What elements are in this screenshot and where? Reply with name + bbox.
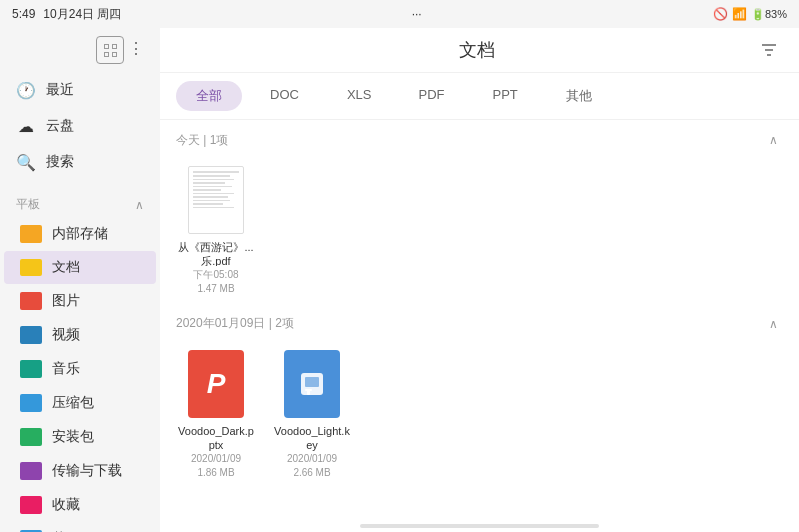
file-name-pptx: Voodoo_Dark.pptx bbox=[176, 424, 256, 453]
section-collapse-today[interactable]: ∧ bbox=[763, 130, 783, 150]
tab-doc[interactable]: DOC bbox=[250, 81, 319, 111]
sidebar-menu-button[interactable]: ⋮ bbox=[124, 36, 148, 60]
sidebar-item-videos[interactable]: 视频 bbox=[4, 318, 156, 352]
section-header-today: 今天 | 1项 ∧ bbox=[160, 120, 799, 156]
sidebar-item-screenshot[interactable]: 截屏 bbox=[4, 522, 156, 532]
status-time: 5:49 bbox=[12, 7, 35, 21]
folder-icon-transfer bbox=[20, 462, 42, 480]
sidebar-item-recent[interactable]: 🕐 最近 bbox=[0, 72, 160, 108]
list-item[interactable]: P Voodoo_Dark.pptx 2020/01/09 1.86 MB bbox=[176, 348, 256, 481]
file-thumb-pdf bbox=[186, 164, 246, 236]
sidebar: ⋮ 🕐 最近 ☁ 云盘 🔍 搜索 平板 ∧ 内部存储 文档 bbox=[0, 28, 160, 532]
svg-rect-4 bbox=[305, 377, 319, 387]
cloud-icon: ☁ bbox=[16, 116, 36, 136]
tab-ppt[interactable]: PPT bbox=[472, 81, 537, 111]
filter-button[interactable] bbox=[755, 36, 783, 64]
folder-icon-videos bbox=[20, 326, 42, 344]
list-item[interactable]: 从《西游记》...乐.pdf 下午05:08 1.47 MB bbox=[176, 164, 256, 296]
tab-xls[interactable]: XLS bbox=[327, 81, 392, 111]
sidebar-item-transfer[interactable]: 传输与下载 bbox=[4, 454, 156, 488]
files-grid-jan: P Voodoo_Dark.pptx 2020/01/09 1.86 MB bbox=[160, 340, 799, 489]
sidebar-item-recent-label: 最近 bbox=[46, 81, 74, 99]
file-area[interactable]: 今天 | 1项 ∧ bbox=[160, 120, 799, 520]
file-meta-pdf: 下午05:08 1.47 MB bbox=[193, 268, 238, 296]
folder-label-images: 图片 bbox=[52, 292, 80, 310]
folder-icon-music bbox=[20, 360, 42, 378]
sidebar-item-search[interactable]: 🔍 搜索 bbox=[0, 144, 160, 180]
status-bar: 5:49 10月24日 周四 ··· 🚫 📶 🔋83% bbox=[0, 0, 799, 28]
folder-icon-images bbox=[20, 292, 42, 310]
folder-icon-documents bbox=[20, 259, 42, 276]
tab-pdf[interactable]: PDF bbox=[399, 81, 464, 111]
folder-icon-internal bbox=[20, 225, 42, 243]
recent-icon: 🕐 bbox=[16, 80, 36, 100]
folder-label-documents: 文档 bbox=[52, 259, 80, 276]
sidebar-item-music[interactable]: 音乐 bbox=[4, 352, 156, 386]
sidebar-item-documents[interactable]: 文档 bbox=[4, 251, 156, 284]
section-title-jan: 2020年01月09日 | 2项 bbox=[176, 315, 294, 332]
sidebar-header: ⋮ bbox=[0, 36, 160, 72]
wifi-icon: 📶 bbox=[732, 7, 747, 21]
section-title-today: 今天 | 1项 bbox=[176, 132, 228, 149]
status-date: 10月24日 周四 bbox=[43, 6, 121, 23]
main-layout: ⋮ 🕐 最近 ☁ 云盘 🔍 搜索 平板 ∧ 内部存储 文档 bbox=[0, 28, 799, 532]
section-collapse-jan[interactable]: ∧ bbox=[763, 314, 783, 334]
tab-bar: 全部 DOC XLS PDF PPT 其他 bbox=[160, 73, 799, 120]
sidebar-item-internal[interactable]: 内部存储 bbox=[4, 217, 156, 251]
tab-all[interactable]: 全部 bbox=[176, 81, 242, 111]
status-left: 5:49 10月24日 周四 bbox=[12, 6, 121, 23]
content-area: 文档 全部 DOC XLS PDF PPT 其他 今天 | 1项 ∧ bbox=[160, 28, 799, 532]
sidebar-item-packages[interactable]: 安装包 bbox=[4, 420, 156, 454]
folder-label-packages: 安装包 bbox=[52, 428, 94, 446]
sidebar-item-images[interactable]: 图片 bbox=[4, 284, 156, 318]
file-meta-key: 2020/01/09 2.66 MB bbox=[287, 452, 337, 480]
content-header: 文档 bbox=[160, 28, 799, 73]
folder-label-favorites: 收藏 bbox=[52, 496, 80, 514]
file-name-pdf: 从《西游记》...乐.pdf bbox=[176, 240, 256, 268]
sidebar-item-archives[interactable]: 压缩包 bbox=[4, 386, 156, 420]
folder-icon-packages bbox=[20, 428, 42, 446]
section-title: 平板 bbox=[16, 196, 40, 213]
folder-label-videos: 视频 bbox=[52, 326, 80, 344]
sidebar-item-favorites[interactable]: 收藏 bbox=[4, 488, 156, 522]
folder-label-transfer: 传输与下载 bbox=[52, 462, 122, 480]
files-grid-today: 从《西游记》...乐.pdf 下午05:08 1.47 MB bbox=[160, 156, 799, 304]
folder-icon-archives bbox=[20, 394, 42, 412]
folder-label-archives: 压缩包 bbox=[52, 394, 94, 412]
status-right: 🚫 📶 🔋83% bbox=[713, 7, 787, 21]
file-thumb-key bbox=[282, 348, 342, 420]
list-item[interactable]: Voodoo_Light.key 2020/01/09 2.66 MB bbox=[272, 348, 352, 481]
file-thumb-pptx: P bbox=[186, 348, 246, 420]
pptx-icon: P bbox=[188, 350, 244, 418]
page-title: 文档 bbox=[459, 38, 495, 62]
status-dots: ··· bbox=[412, 7, 422, 21]
scroll-indicator bbox=[360, 524, 599, 528]
key-icon bbox=[284, 350, 340, 418]
svg-rect-6 bbox=[305, 389, 312, 391]
tab-other[interactable]: 其他 bbox=[546, 81, 612, 111]
sidebar-item-search-label: 搜索 bbox=[46, 153, 74, 171]
folder-label-music: 音乐 bbox=[52, 360, 80, 378]
no-sim-icon: 🚫 bbox=[713, 7, 728, 21]
battery-icon: 🔋83% bbox=[751, 8, 787, 21]
sidebar-section-label: 平板 ∧ bbox=[0, 188, 160, 217]
file-meta-pptx: 2020/01/09 1.86 MB bbox=[191, 452, 241, 480]
file-name-key: Voodoo_Light.key bbox=[272, 424, 352, 453]
folder-icon-favorites bbox=[20, 496, 42, 514]
section-collapse-icon[interactable]: ∧ bbox=[135, 198, 144, 212]
search-icon: 🔍 bbox=[16, 152, 36, 172]
folder-label-internal: 内部存储 bbox=[52, 225, 108, 243]
grid-icon[interactable] bbox=[96, 36, 124, 64]
section-header-jan: 2020年01月09日 | 2项 ∧ bbox=[160, 304, 799, 340]
sidebar-item-cloud[interactable]: ☁ 云盘 bbox=[0, 108, 160, 144]
sidebar-item-cloud-label: 云盘 bbox=[46, 117, 74, 135]
